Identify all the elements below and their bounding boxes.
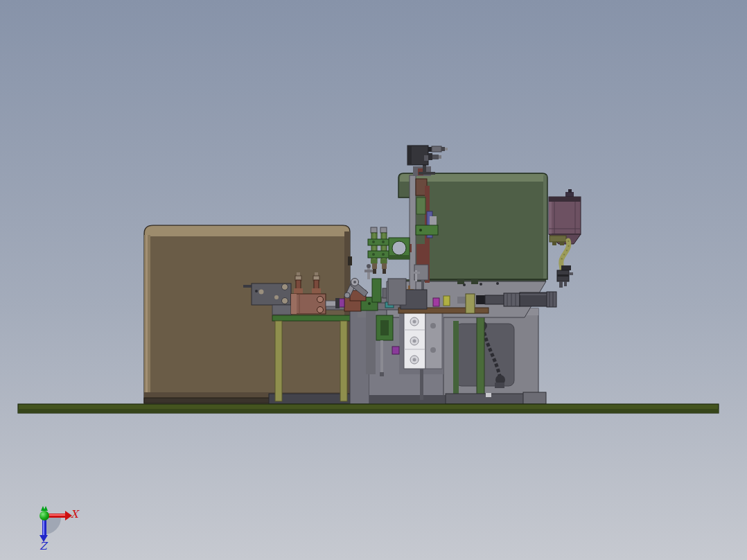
side-bolt — [430, 347, 436, 353]
table-leg-left — [275, 321, 282, 401]
cylinder-cap-left — [291, 294, 297, 314]
frame-foot-right — [523, 392, 546, 404]
support-post-front — [477, 313, 484, 402]
sensor-connector-tip — [439, 155, 441, 159]
side-bolt — [430, 323, 436, 329]
cylinder-bolt — [317, 297, 324, 303]
slide-block-green — [416, 198, 425, 214]
sensor-left-band — [407, 146, 412, 165]
bracket-bolt — [372, 240, 375, 243]
plate-hole — [274, 295, 279, 299]
base-plate-front — [18, 409, 719, 413]
sensor-lens-ring — [441, 147, 445, 151]
clamp-pivot — [344, 292, 350, 298]
connector-side-pin — [569, 272, 573, 275]
shaft-section — [485, 295, 504, 304]
bracket-bolt — [372, 253, 375, 256]
bracket-hole — [392, 241, 406, 255]
motor-left-highlight — [549, 202, 552, 234]
bracket-arm-lower — [368, 251, 391, 258]
table-leg-right — [340, 321, 347, 401]
bracket-front-edge — [389, 255, 410, 259]
platform-screw — [496, 282, 499, 285]
belt-tensioner — [495, 383, 504, 388]
slide-cross-block — [416, 225, 438, 235]
connector-pin — [559, 281, 563, 288]
hopper-latch — [348, 256, 352, 265]
sensor-bracket-foot — [419, 172, 435, 175]
sensor-block-magenta — [433, 298, 439, 306]
sensor-lens-base — [428, 147, 432, 152]
rod-coupler — [335, 298, 340, 308]
motor-mount-bracket — [550, 236, 566, 242]
stop-pin-bar — [364, 270, 373, 272]
x-axis-highlight — [49, 514, 66, 516]
frame-shim — [486, 393, 491, 397]
bracket-bolt — [382, 240, 385, 243]
motor-top-band — [549, 197, 581, 202]
housing-right-band — [543, 175, 547, 279]
motor-mount-tab — [552, 242, 556, 245]
hopper-left-highlight — [146, 235, 148, 399]
piston-rod — [326, 301, 336, 306]
shaft-mount — [457, 297, 466, 304]
gray-upright — [388, 279, 406, 305]
stop-pin-head — [367, 264, 371, 268]
sensor-connector-base — [428, 153, 432, 160]
plate-pin — [243, 285, 252, 288]
hopper-top-edge — [145, 226, 349, 236]
frame-foot-left — [369, 395, 447, 404]
plate-hole — [282, 298, 288, 304]
housing-foot — [457, 279, 464, 284]
triad-origin-sphere — [39, 511, 49, 520]
plate-step — [272, 305, 292, 315]
plate-hole — [259, 290, 264, 295]
shaft-end-nut — [547, 292, 556, 307]
stepper-motor[interactable] — [549, 189, 581, 245]
sensor-detail — [424, 155, 428, 161]
connector-pin — [564, 281, 567, 286]
cable-gland — [561, 265, 571, 270]
cad-viewport[interactable]: X Z — [0, 0, 747, 560]
carriage-side-block — [425, 312, 442, 369]
platform-screw — [480, 283, 482, 286]
base-plate[interactable] — [18, 404, 719, 413]
stop-pin — [367, 267, 370, 279]
gripper-sensor — [392, 347, 399, 354]
sensor-lens-barrel — [432, 146, 441, 152]
motor-top-pin — [568, 189, 572, 193]
carriage-bolts — [410, 317, 419, 364]
proximity-block — [443, 296, 450, 306]
bracket-bolt — [382, 253, 385, 256]
sensor-lens-tip — [445, 148, 448, 150]
mount-bolt — [368, 302, 371, 305]
sensor-connector — [432, 155, 439, 159]
dowel-pin-bar — [412, 272, 420, 274]
support-post-inner — [453, 321, 459, 402]
clamp-pivot-pin — [353, 281, 356, 283]
slide-lower-red — [416, 244, 425, 265]
green-upright — [372, 279, 381, 302]
carriage-rod — [420, 369, 423, 400]
slide-bolt — [419, 229, 422, 231]
plate-hole — [282, 284, 288, 290]
motor-mount-tab — [560, 242, 564, 245]
connector-band — [557, 274, 569, 277]
cylinder-bolt — [317, 307, 324, 313]
gripper-slot — [380, 320, 389, 335]
plate-bolt — [255, 290, 258, 292]
housing-foot — [471, 279, 478, 284]
shaft-knob — [476, 295, 485, 304]
gripper-rod — [380, 340, 383, 372]
bracket-arm-upper — [368, 239, 391, 245]
z-axis-highlight — [43, 520, 44, 536]
shaft-bracket — [466, 294, 475, 313]
gripper-rod-tip — [380, 372, 384, 376]
